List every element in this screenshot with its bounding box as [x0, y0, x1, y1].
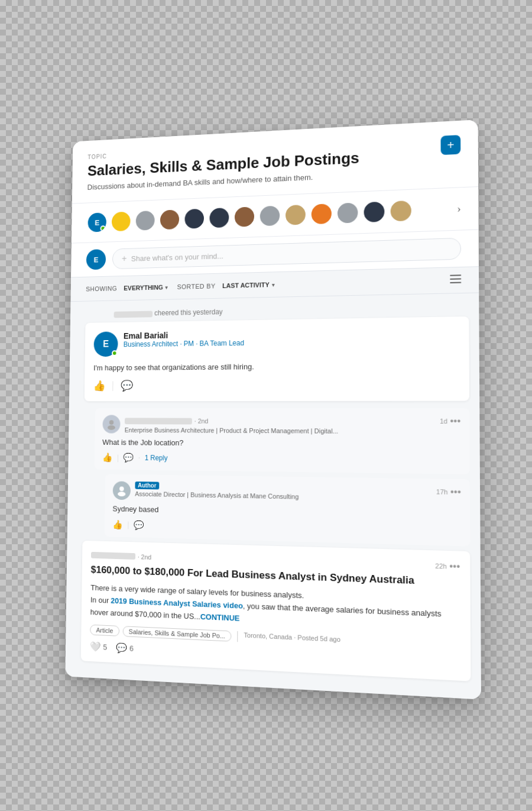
post-author-info: Emal Bariali Business Architect · PM · B… [124, 327, 459, 348]
comment-2-actions: 👍 | 💬 [112, 519, 461, 539]
comment-1: · 2nd Enterprise Business Architecture |… [95, 408, 470, 474]
cheer-name-blur [114, 311, 153, 318]
comment-2-meta: Author Associate Director | Business Ana… [135, 482, 431, 503]
sorted-label: SORTED BY [177, 283, 215, 290]
post-header: E Emal Bariali Business Architect · PM ·… [93, 327, 459, 357]
salary-post-menu[interactable]: ••• [449, 561, 460, 573]
post-location: Toronto, Canada · Posted 5d ago [244, 631, 340, 647]
list-view-icon[interactable] [450, 274, 461, 286]
comment-2-reply-icon[interactable]: 💬 [134, 520, 144, 531]
salary-badge: · 2nd [138, 553, 151, 561]
heart-icon: 🤍 [90, 641, 101, 652]
comment-1-separator: · [138, 453, 141, 463]
divider: | [117, 453, 119, 463]
comment-2-body: Sydney based [112, 503, 461, 522]
main-card: TOPIC Salaries, Skills & Sample Job Post… [65, 119, 481, 699]
salary-video-link[interactable]: 2019 Business Analyst Salaries video [111, 596, 243, 610]
sorted-value: LAST ACTIVITY [222, 282, 270, 290]
divider: | [112, 380, 114, 392]
showing-arrow-icon: ▾ [166, 284, 168, 290]
author-badge: Author [135, 482, 159, 489]
svg-rect-0 [450, 274, 461, 276]
showing-label: SHOWING [86, 285, 117, 293]
cheer-text: cheered this yesterday [154, 308, 222, 318]
divider: | [127, 520, 129, 530]
comment-2-header: Author Associate Director | Business Ana… [113, 482, 461, 507]
like-icon[interactable]: 👍 [93, 379, 106, 392]
salary-post: · 2nd 22h ••• $160,000 to $180,000 For L… [81, 541, 471, 681]
tag-article[interactable]: Article [90, 625, 119, 636]
avatar[interactable] [159, 209, 180, 231]
showing-filter[interactable]: SHOWING EVERYTHING ▾ [86, 284, 168, 293]
avatar[interactable] [183, 208, 205, 230]
comment-1-header: · 2nd Enterprise Business Architecture |… [102, 415, 460, 435]
comment-2: Author Associate Director | Business Ana… [105, 474, 470, 547]
comment-thread: · 2nd Enterprise Business Architecture |… [93, 408, 470, 547]
share-placeholder: Share what's on your mind... [131, 251, 223, 263]
avatar[interactable] [259, 205, 281, 228]
comment-1-name-blur [125, 418, 192, 424]
comment-1-actions: 👍 | 💬 · 1 Reply [102, 453, 461, 467]
comment-1-badge: 2nd [198, 417, 209, 424]
like-button[interactable]: 🤍 5 [90, 641, 108, 652]
avatar[interactable] [363, 201, 386, 224]
avatar[interactable] [111, 211, 132, 233]
avatar[interactable] [233, 206, 255, 229]
avatar[interactable] [284, 203, 307, 227]
avatars-chevron[interactable]: › [457, 202, 460, 215]
svg-rect-2 [450, 282, 461, 283]
comment-1-role: Enterprise Business Architecture | Produ… [125, 426, 435, 435]
comment-1-menu[interactable]: ••• [450, 415, 460, 426]
add-topic-button[interactable]: + [440, 135, 460, 155]
comment-1-time: 1d ••• [440, 415, 460, 426]
comment-1-reply-count[interactable]: 1 Reply [145, 454, 168, 462]
body-prefix: In our [90, 596, 111, 605]
comment-2-like-icon[interactable]: 👍 [112, 519, 123, 530]
svg-point-5 [119, 487, 124, 492]
main-post: E Emal Bariali Business Architect · PM ·… [85, 316, 469, 401]
comment-2-menu[interactable]: ••• [450, 487, 461, 498]
like-count: 5 [103, 642, 107, 651]
svg-point-3 [109, 420, 114, 425]
post-author-avatar[interactable]: E [93, 332, 118, 357]
avatar[interactable] [135, 209, 156, 232]
showing-value: EVERYTHING [124, 284, 163, 292]
tag-topic[interactable]: Salaries, Skills & Sample Job Po... [122, 626, 232, 642]
avatar[interactable] [310, 202, 333, 225]
avatar[interactable] [336, 202, 359, 225]
salary-post-time: 22h ••• [435, 560, 460, 572]
sorted-arrow-icon: ▾ [272, 282, 275, 288]
comment-1-body: What is the Job location? [102, 437, 460, 451]
svg-point-4 [108, 425, 115, 430]
comment-1-meta: · 2nd Enterprise Business Architecture |… [125, 415, 435, 435]
post-actions: 👍 | 💬 [93, 377, 459, 392]
salary-name-blur [91, 552, 135, 560]
svg-point-6 [118, 492, 125, 496]
speech-bubble-icon: 💬 [116, 642, 127, 654]
avatar[interactable] [390, 199, 413, 223]
cheer-notice: cheered this yesterday [86, 303, 469, 318]
share-input[interactable]: + Share what's on your mind... [112, 238, 461, 269]
avatar[interactable]: E [87, 211, 108, 233]
comment-1-like-icon[interactable]: 👍 [102, 453, 113, 463]
comment-2-avatar[interactable] [113, 482, 131, 500]
user-avatar: E [86, 249, 106, 270]
feed: cheered this yesterday E Emal Bariali Bu… [65, 293, 481, 700]
comment-1-reply-icon[interactable]: 💬 [123, 453, 134, 463]
sorted-filter[interactable]: SORTED BY LAST ACTIVITY ▾ [177, 281, 274, 290]
comment-icon[interactable]: 💬 [121, 379, 133, 392]
svg-rect-1 [450, 279, 461, 280]
continue-link[interactable]: CONTINUE [200, 612, 240, 623]
avatar[interactable] [208, 206, 230, 229]
salary-post-meta: · 2nd [91, 552, 151, 561]
post-body: I'm happy to see that organizations are … [93, 360, 459, 374]
comment-count: 6 [129, 644, 134, 652]
comment-button[interactable]: 💬 6 [116, 642, 134, 654]
comment-2-time: 17h ••• [436, 486, 461, 497]
comment-1-avatar[interactable] [102, 415, 120, 433]
